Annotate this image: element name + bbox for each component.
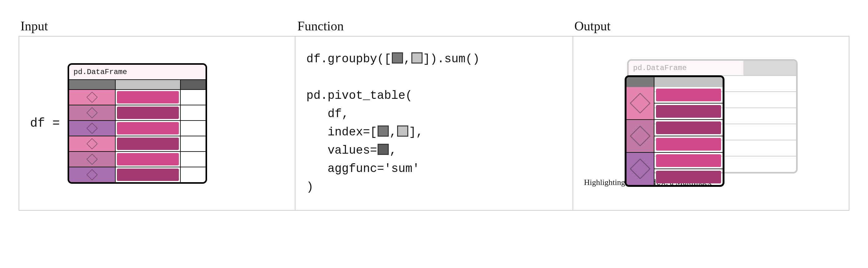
code-pivot-close: ) xyxy=(306,180,313,194)
value-cell xyxy=(116,136,181,151)
value-cell xyxy=(116,105,181,120)
index-cell xyxy=(69,105,116,120)
input-content: df = pd.DataFrame xyxy=(30,63,284,184)
table-row xyxy=(69,136,206,151)
ov-header-b xyxy=(654,77,723,87)
value-swatch xyxy=(117,169,179,181)
value-swatch xyxy=(117,107,179,119)
column-swatch-c-icon xyxy=(378,144,389,155)
diamond-icon xyxy=(630,126,651,146)
table-row xyxy=(69,105,206,120)
index-cell xyxy=(69,152,116,167)
group-value-row xyxy=(654,87,723,103)
output-highlight-header xyxy=(626,77,723,87)
group-value-row xyxy=(654,136,723,152)
empty-cell xyxy=(181,105,206,120)
function-panel: df.groupby([,]).sum() pd.pivot_table( df… xyxy=(296,36,572,211)
diamond-icon xyxy=(87,154,98,165)
header-col-c xyxy=(181,80,206,89)
diamond-icon xyxy=(87,122,98,134)
group-values xyxy=(654,120,723,152)
group-value-row xyxy=(654,120,723,136)
ov-header-a xyxy=(626,77,654,87)
value-swatch xyxy=(117,153,179,165)
group-values xyxy=(654,87,723,119)
value-swatch xyxy=(656,105,721,118)
code-pivot-arg4: aggfunc='sum' xyxy=(306,162,420,175)
diamond-icon xyxy=(87,138,98,149)
table-row xyxy=(69,120,206,136)
code-line1: df.groupby([,]).sum() xyxy=(306,53,479,66)
diamond-icon xyxy=(87,107,98,119)
table-row xyxy=(69,167,206,182)
output-highlight-table xyxy=(625,75,724,187)
header-col-a xyxy=(69,80,116,89)
input-panel: df = pd.DataFrame xyxy=(19,36,296,211)
table-row xyxy=(69,89,206,105)
group-value-row xyxy=(654,103,723,119)
value-swatch xyxy=(117,138,179,150)
value-swatch xyxy=(117,91,179,103)
index-group xyxy=(626,87,723,119)
df-assign: df = xyxy=(30,116,60,130)
column-swatch-a-icon xyxy=(378,126,389,137)
value-swatch xyxy=(656,89,721,101)
code-pivot-arg3: values=, xyxy=(306,144,397,157)
function-title: Function xyxy=(297,19,572,33)
output-highlight-body xyxy=(626,87,723,185)
output-panel: pd.DataFrame Highlighting df.index, a Mu… xyxy=(572,36,849,211)
function-code: df.groupby([,]).sum() pd.pivot_table( df… xyxy=(306,50,561,196)
index-cell xyxy=(69,121,116,136)
diamond-icon xyxy=(87,169,98,180)
diamond-icon xyxy=(630,158,651,179)
value-swatch xyxy=(656,122,721,134)
value-cell xyxy=(116,167,181,182)
input-df-body xyxy=(69,89,206,182)
column-swatch-a-icon xyxy=(392,53,403,64)
value-swatch xyxy=(117,122,179,134)
value-cell xyxy=(116,121,181,136)
value-cell xyxy=(116,152,181,167)
group-index-cell xyxy=(626,153,654,185)
empty-cell xyxy=(181,121,206,136)
index-cell xyxy=(69,136,116,151)
group-values xyxy=(654,153,723,185)
output-ghost-caption: pd.DataFrame xyxy=(629,61,796,75)
value-swatch xyxy=(656,154,721,167)
empty-cell xyxy=(181,152,206,167)
header-col-b xyxy=(116,80,181,89)
index-cell xyxy=(69,90,116,105)
index-group xyxy=(626,119,723,152)
column-swatch-b-icon xyxy=(411,53,423,64)
output-df-label: pd.DataFrame xyxy=(629,61,743,75)
input-dataframe: pd.DataFrame xyxy=(68,63,207,184)
index-group xyxy=(626,152,723,185)
input-title: Input xyxy=(21,19,296,33)
empty-cell xyxy=(181,167,206,182)
output-content: pd.DataFrame xyxy=(627,59,795,173)
diamond-icon xyxy=(87,91,98,103)
output-ghost-col-header xyxy=(743,61,796,75)
output-title: Output xyxy=(575,19,849,33)
code-pivot-arg2: index=[,], xyxy=(306,126,423,139)
input-df-caption: pd.DataFrame xyxy=(69,65,206,80)
code-pivot-arg1: df, xyxy=(306,107,349,121)
index-cell xyxy=(69,167,116,182)
group-index-cell xyxy=(626,87,654,119)
diamond-icon xyxy=(630,93,651,114)
diagram-grid: Input Function Output df = pd.DataFrame … xyxy=(19,19,849,211)
group-value-row xyxy=(654,169,723,185)
empty-cell xyxy=(181,90,206,105)
value-swatch xyxy=(656,171,721,183)
empty-cell xyxy=(181,136,206,151)
column-swatch-b-icon xyxy=(397,126,408,137)
value-cell xyxy=(116,90,181,105)
input-df-header xyxy=(69,80,206,89)
value-swatch xyxy=(656,138,721,150)
group-index-cell xyxy=(626,120,654,152)
table-row xyxy=(69,151,206,167)
code-pivot-open: pd.pivot_table( xyxy=(306,89,412,102)
group-value-row xyxy=(654,153,723,169)
